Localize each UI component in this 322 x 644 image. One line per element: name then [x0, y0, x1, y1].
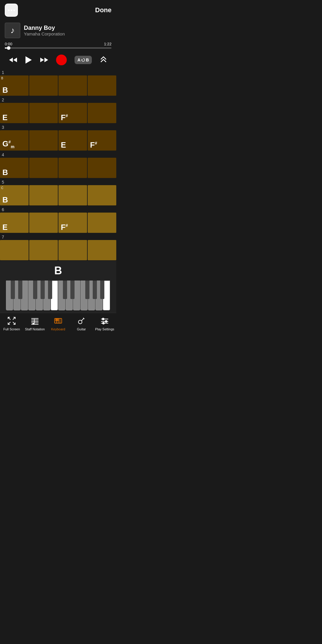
bottom-navigation: Full Screen Staff Notation Keyboard Guit… — [0, 313, 116, 337]
chord-cell-6-4[interactable] — [88, 213, 116, 233]
staff-icon — [31, 317, 39, 326]
svg-rect-21 — [55, 318, 57, 321]
chord-cell-1-1[interactable]: BB — [0, 75, 29, 96]
done-button[interactable]: Done — [95, 6, 112, 14]
chord-cell-5-1[interactable]: CB — [0, 185, 29, 205]
black-key-7[interactable] — [63, 281, 67, 299]
rewind-icon — [9, 56, 17, 64]
nav-label-staff: Staff Notation — [25, 327, 45, 331]
svg-point-31 — [103, 322, 104, 324]
bar-row-3: 3G#mEF# — [0, 124, 116, 151]
total-time: 1:22 — [104, 42, 112, 46]
section-marker-5: C — [1, 186, 3, 190]
fullscreen-icon — [7, 317, 16, 326]
black-key-4[interactable] — [41, 281, 45, 299]
svg-rect-22 — [57, 318, 59, 321]
bar-number-4: 4 — [0, 151, 116, 158]
black-key-11[interactable] — [93, 281, 97, 299]
black-key-3[interactable] — [33, 281, 37, 299]
chord-label-5-1: B — [2, 196, 8, 204]
bar-number-3: 3 — [0, 124, 116, 130]
chord-label-2-1: E — [2, 114, 7, 121]
chord-cell-7-1[interactable] — [0, 240, 29, 260]
svg-marker-2 — [25, 56, 32, 64]
black-key-0[interactable] — [11, 281, 15, 299]
fast-forward-button[interactable] — [40, 56, 49, 64]
progress-thumb[interactable] — [7, 46, 10, 50]
dot1 — [8, 10, 10, 11]
chord-cell-1-2[interactable] — [29, 75, 58, 96]
svg-marker-1 — [13, 58, 17, 62]
ab-repeat-icon — [81, 58, 85, 62]
record-button[interactable] — [56, 55, 67, 65]
menu-button[interactable] — [5, 4, 18, 17]
bar-cells-1: BB — [0, 75, 116, 96]
black-key-8[interactable] — [70, 281, 75, 299]
chord-cell-4-1[interactable]: B — [0, 158, 29, 178]
nav-item-staff[interactable]: Staff Notation — [23, 315, 47, 332]
nav-item-settings[interactable]: Play Settings — [93, 315, 116, 332]
piano-keys — [6, 281, 110, 310]
current-chord-label: B — [54, 264, 62, 277]
bar-row-7: 7 — [0, 233, 116, 260]
scroll-up-button[interactable] — [99, 56, 108, 64]
bar-row-4: 4B — [0, 151, 116, 178]
chord-cell-7-4[interactable] — [88, 240, 116, 260]
nav-item-guitar[interactable]: Guitar — [70, 315, 93, 332]
chord-label-4-1: B — [2, 168, 8, 176]
nav-item-keyboard[interactable]: Keyboard — [47, 315, 70, 332]
current-time: 0:00 — [5, 42, 12, 46]
svg-marker-3 — [40, 58, 44, 62]
ab-button[interactable]: A B — [75, 56, 92, 64]
nav-label-fullscreen: Full Screen — [3, 327, 20, 331]
chord-cell-6-3[interactable]: F# — [58, 213, 87, 233]
chord-cell-2-2[interactable] — [29, 103, 58, 123]
black-key-12[interactable] — [100, 281, 104, 299]
time-row: 0:00 1:22 — [5, 42, 112, 46]
guitar-icon — [77, 317, 86, 326]
bar-row-2: 2EF# — [0, 96, 116, 123]
bar-cells-6: EF# — [0, 213, 116, 233]
chord-cell-2-4[interactable] — [88, 103, 116, 123]
play-button[interactable] — [24, 56, 33, 64]
chord-cell-5-2[interactable] — [29, 185, 58, 205]
chord-cell-7-3[interactable] — [58, 240, 87, 260]
chord-cell-7-2[interactable] — [29, 240, 58, 260]
bar-row-1: 1BB — [0, 69, 116, 96]
chord-label-3-3: E — [61, 141, 66, 149]
chord-cell-4-3[interactable] — [58, 158, 87, 178]
nav-label-settings: Play Settings — [95, 327, 114, 331]
nav-item-fullscreen[interactable]: Full Screen — [0, 315, 23, 332]
bar-number-1: 1 — [0, 69, 116, 75]
scroll-up-icon — [99, 56, 108, 64]
chord-cell-2-1[interactable]: E — [0, 103, 29, 123]
black-key-10[interactable] — [85, 281, 89, 299]
chord-cell-3-4[interactable]: F# — [88, 130, 116, 151]
chord-cell-3-3[interactable]: E — [58, 130, 87, 151]
settings-icon — [100, 317, 109, 326]
chord-label-6-1: E — [2, 223, 7, 231]
chord-cell-3-2[interactable] — [29, 130, 58, 151]
chord-cell-1-4[interactable] — [88, 75, 116, 96]
song-title: Danny Boy — [24, 24, 112, 31]
svg-line-6 — [8, 317, 10, 320]
progress-area[interactable]: 0:00 1:22 — [0, 41, 116, 51]
chord-cell-6-1[interactable]: E — [0, 213, 29, 233]
black-key-1[interactable] — [18, 281, 22, 299]
chord-cell-3-1[interactable]: G#m — [0, 130, 29, 151]
rewind-button[interactable] — [9, 56, 17, 64]
chord-cell-5-3[interactable] — [58, 185, 87, 205]
bar-number-7: 7 — [0, 233, 116, 240]
chord-cell-2-3[interactable]: F# — [58, 103, 87, 123]
app-container: Done ♪ Danny Boy Yamaha Corporation 0:00… — [0, 0, 116, 337]
chord-cell-5-4[interactable] — [88, 185, 116, 205]
nav-label-guitar: Guitar — [77, 327, 86, 331]
progress-bar[interactable] — [5, 47, 112, 49]
chord-cell-6-2[interactable] — [29, 213, 58, 233]
chord-cell-4-4[interactable] — [88, 158, 116, 178]
black-key-5[interactable] — [48, 281, 52, 299]
ab-label: A — [78, 58, 80, 62]
chord-cell-1-3[interactable] — [58, 75, 87, 96]
bar-row-5: 5CB — [0, 179, 116, 205]
chord-cell-4-2[interactable] — [29, 158, 58, 178]
